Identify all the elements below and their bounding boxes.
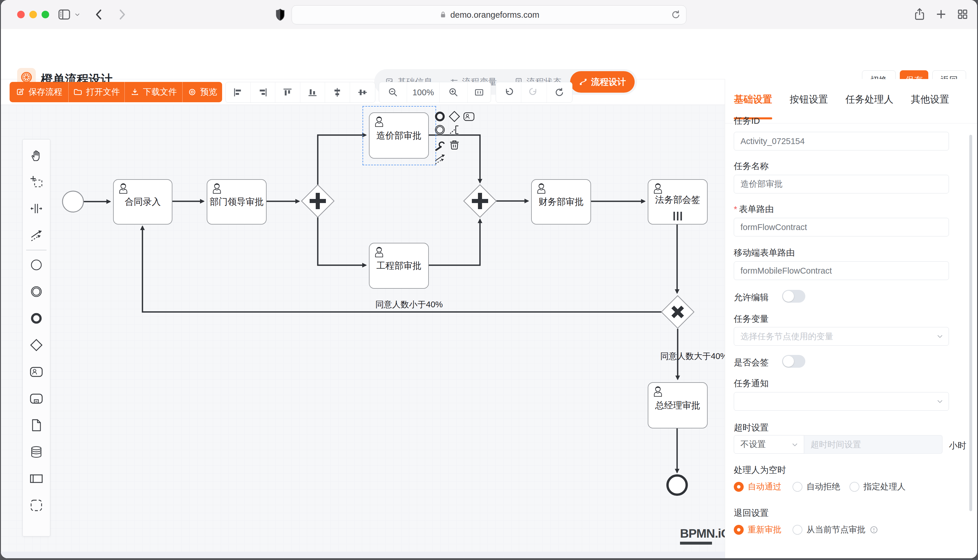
reset-button[interactable]	[547, 82, 572, 103]
align-right-button[interactable]	[250, 82, 275, 103]
zoom-fit-button[interactable]	[468, 82, 491, 103]
tab-process-design[interactable]: 流程设计	[570, 71, 635, 93]
append-user-task-button[interactable]	[463, 110, 475, 123]
hand-tool[interactable]	[23, 142, 50, 168]
align-center-horizontal-button[interactable]	[325, 82, 350, 103]
task-dept-leader-approval[interactable]: 部门领导审批	[207, 179, 267, 225]
share-icon[interactable]	[913, 8, 926, 21]
bpmnio-watermark[interactable]: BPMN.iO	[680, 527, 730, 545]
save-flow-button[interactable]: 保存流程	[10, 82, 69, 102]
create-start-event[interactable]	[23, 252, 50, 278]
task-finance-dept-approval[interactable]: 财务部审批	[531, 179, 591, 225]
gateway-icon	[448, 110, 460, 123]
zoom-in-button[interactable]	[439, 82, 467, 103]
align-center-vertical-icon	[357, 87, 368, 98]
radio-dot	[792, 525, 802, 535]
allow-edit-toggle[interactable]	[782, 290, 805, 303]
task-notify-select[interactable]	[734, 392, 949, 411]
create-participant[interactable]	[23, 465, 50, 492]
create-data-store[interactable]	[23, 438, 50, 465]
create-end-event[interactable]	[23, 305, 50, 332]
append-end-event-button[interactable]	[433, 110, 446, 123]
countersign-toggle[interactable]	[782, 355, 805, 368]
change-type-button[interactable]	[433, 139, 446, 152]
flow-icon	[579, 78, 588, 86]
align-top-icon	[282, 87, 293, 98]
create-gateway[interactable]	[23, 332, 50, 358]
radio-auto-reject[interactable]: 自动拒绝	[792, 481, 840, 493]
tab-other-settings[interactable]: 其他设置	[911, 93, 949, 106]
sidebar-toggle-icon[interactable]	[58, 8, 71, 21]
radio-assign-handler[interactable]: 指定处理人	[849, 481, 906, 493]
radio-auto-approve[interactable]: 自动通过	[734, 481, 781, 493]
tab-task-assignee[interactable]: 任务处理人	[846, 93, 893, 106]
privacy-shield-icon[interactable]	[274, 8, 287, 21]
delete-button[interactable]	[448, 138, 461, 151]
back-icon[interactable]	[93, 8, 106, 21]
task-id-input[interactable]	[734, 132, 949, 150]
timeout-hours-input[interactable]	[804, 435, 943, 454]
align-top-button[interactable]	[275, 82, 300, 103]
panel-scrollbar[interactable]	[969, 135, 972, 511]
append-annotation-button[interactable]	[448, 123, 461, 136]
align-center-vertical-button[interactable]	[350, 82, 375, 103]
task-name-input[interactable]	[734, 175, 949, 193]
radio-from-current-node[interactable]: 从当前节点审批	[792, 524, 878, 536]
task-general-manager-approval[interactable]: 总经理审批	[648, 382, 708, 428]
undo-button[interactable]	[496, 82, 521, 103]
task-engineering-dept-approval[interactable]: 工程部审批	[369, 243, 429, 289]
history-toolbar	[496, 82, 572, 103]
create-subprocess[interactable]	[23, 385, 50, 412]
tab-basic-settings[interactable]: 基础设置	[734, 93, 772, 106]
append-gateway-button[interactable]	[448, 110, 461, 123]
radio-re-approve[interactable]: 重新审批	[734, 524, 781, 536]
tab-button-settings[interactable]: 按钮设置	[790, 93, 828, 106]
reload-icon[interactable]	[670, 10, 681, 20]
close-window-button[interactable]	[17, 11, 25, 18]
mobile-form-route-input[interactable]	[734, 262, 949, 280]
zoom-level[interactable]: 100%	[407, 82, 439, 103]
parallel-gateway-join[interactable]	[464, 185, 496, 217]
end-event[interactable]	[667, 475, 687, 495]
create-intermediate-event[interactable]	[23, 278, 50, 305]
minimize-window-button[interactable]	[29, 11, 37, 18]
align-bottom-button[interactable]	[300, 82, 325, 103]
start-event[interactable]	[62, 191, 84, 212]
task-contract-entry[interactable]: 合同录入	[113, 179, 172, 225]
exclusive-gateway[interactable]	[661, 296, 694, 328]
redo-button[interactable]	[521, 82, 546, 103]
create-group[interactable]	[23, 492, 50, 519]
zoom-out-button[interactable]	[379, 82, 407, 103]
space-tool[interactable]	[23, 195, 50, 222]
new-tab-icon[interactable]	[935, 8, 948, 21]
global-connect-tool[interactable]	[23, 222, 50, 248]
allow-edit-label: 允许编辑	[734, 292, 769, 303]
download-file-button[interactable]: 下载文件	[124, 82, 182, 102]
lasso-tool[interactable]	[23, 168, 50, 195]
append-intermediate-event-button[interactable]	[433, 123, 446, 136]
preview-button[interactable]: 预览	[182, 82, 222, 102]
parallel-gateway-split[interactable]	[301, 185, 334, 217]
open-file-button[interactable]: 打开文件	[69, 82, 124, 102]
preview-eye-icon	[187, 87, 197, 97]
task-legal-dept-countersign[interactable]: 法务部会签	[648, 179, 708, 225]
bpmn-canvas[interactable]: 合同录入 部门领导审批 造价部审批 工程部审批 财务部审批 法务部会签 总经理审…	[1, 105, 725, 558]
create-user-task[interactable]	[23, 358, 50, 385]
connect-tool-button[interactable]	[433, 152, 446, 165]
task-variable-select[interactable]	[734, 327, 949, 346]
address-bar[interactable]: demo.orangeforms.com	[292, 5, 686, 24]
forward-icon[interactable]	[115, 8, 128, 21]
tab-overview-icon[interactable]	[956, 8, 969, 21]
end-event-icon	[434, 110, 446, 123]
zoom-window-button[interactable]	[42, 11, 49, 18]
data-object-icon	[30, 418, 43, 432]
timeout-mode-select[interactable]: 不设置	[734, 435, 804, 454]
form-route-input[interactable]	[734, 218, 949, 237]
align-left-button[interactable]	[226, 82, 250, 103]
chevron-down-icon	[936, 398, 944, 405]
create-data-object[interactable]	[23, 412, 50, 438]
sidebar-chevron-icon[interactable]	[74, 12, 80, 18]
user-task-icon	[651, 182, 665, 195]
folder-icon	[73, 87, 83, 97]
edge-label-lt40: 同意人数小于40%	[375, 299, 443, 310]
